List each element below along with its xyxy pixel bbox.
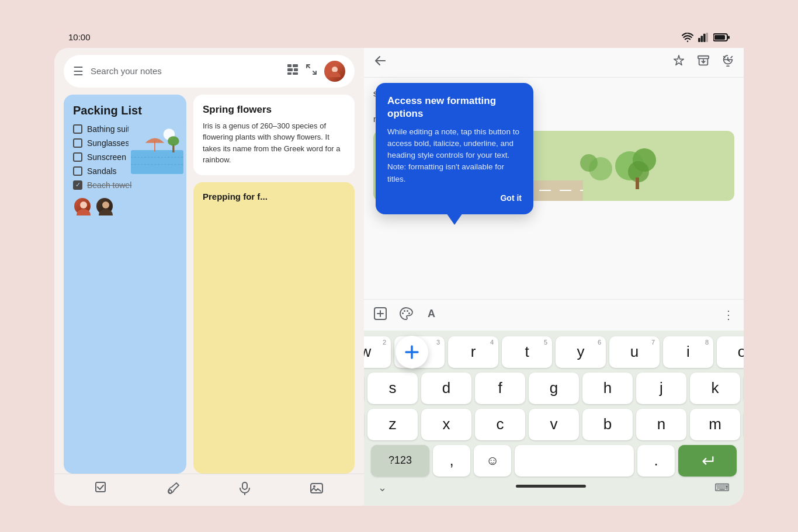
expand-icon[interactable]: [306, 64, 317, 78]
keyboard-hide-icon[interactable]: ⌄: [378, 481, 387, 494]
editor-actions: [672, 54, 734, 70]
google-plus-fab-icon: [403, 343, 421, 361]
key-i[interactable]: 8i: [663, 336, 713, 368]
tooltip-got-it-button[interactable]: Got it: [387, 193, 522, 203]
svg-rect-8: [287, 64, 292, 67]
svg-rect-2: [701, 36, 703, 42]
svg-point-47: [404, 310, 405, 312]
card-avatars: [73, 197, 177, 215]
key-enter[interactable]: [678, 445, 737, 477]
brush-icon[interactable]: [166, 481, 181, 499]
key-b[interactable]: b: [582, 409, 633, 440]
mic-icon[interactable]: [238, 481, 252, 499]
signal-icon: [698, 33, 709, 42]
key-w[interactable]: 2w: [364, 336, 391, 368]
grid-view-icon[interactable]: [287, 64, 299, 78]
color-palette-icon[interactable]: [399, 307, 413, 324]
svg-line-33: [728, 60, 730, 61]
key-j[interactable]: j: [636, 373, 686, 404]
key-d[interactable]: d: [421, 373, 471, 404]
key-period[interactable]: .: [637, 445, 675, 477]
svg-point-40: [580, 154, 598, 172]
key-s[interactable]: s: [367, 373, 418, 404]
add-content-icon[interactable]: [373, 307, 387, 324]
item-sandals: Sandals: [87, 166, 117, 176]
search-actions: [287, 61, 345, 82]
image-add-icon[interactable]: [310, 481, 324, 499]
key-u[interactable]: 7u: [609, 336, 660, 368]
key-y[interactable]: 6y: [556, 336, 606, 368]
svg-rect-38: [636, 178, 639, 189]
spring-flowers-card[interactable]: Spring flowers Iris is a genus of 260–30…: [193, 95, 355, 175]
notes-right-col: Spring flowers Iris is a genus of 260–30…: [193, 95, 355, 474]
battery-icon: [713, 33, 730, 42]
back-button[interactable]: [373, 54, 387, 71]
key-emoji[interactable]: ☺: [474, 445, 511, 477]
svg-rect-27: [242, 482, 247, 489]
svg-rect-4: [706, 33, 708, 42]
packing-list-title: Packing List: [73, 104, 177, 117]
notes-grid: Packing List Bathing suit Sunglasses Sun…: [54, 95, 364, 474]
key-x[interactable]: x: [421, 409, 471, 440]
key-space[interactable]: [515, 445, 634, 477]
key-z[interactable]: z: [367, 409, 418, 440]
tooltip-arrow: [446, 213, 463, 225]
checkbox-sandals[interactable]: [73, 166, 82, 176]
pin-icon[interactable]: [672, 54, 685, 70]
key-o[interactable]: 9o: [717, 336, 744, 368]
svg-rect-13: [293, 72, 298, 75]
more-options-icon[interactable]: ⋮: [723, 308, 734, 322]
svg-text:A: A: [428, 308, 435, 319]
text-format-icon[interactable]: A: [425, 307, 439, 324]
key-c[interactable]: c: [475, 409, 525, 440]
tooltip-box: Access new formatting options While edit…: [376, 83, 533, 214]
checkbox-sunglasses[interactable]: [73, 138, 82, 148]
svg-point-48: [407, 310, 408, 312]
tooltip-body: While editing a note, tap this button to…: [387, 126, 522, 185]
bottom-toolbar-right: A ⋮: [364, 299, 744, 331]
svg-point-30: [313, 485, 315, 488]
card-avatar-1: [73, 197, 92, 215]
key-g[interactable]: g: [529, 373, 579, 404]
svg-rect-6: [714, 35, 725, 40]
checkbox-bathing[interactable]: [73, 124, 82, 134]
key-m[interactable]: m: [690, 409, 740, 440]
key-k[interactable]: k: [690, 373, 740, 404]
key-r[interactable]: 4r: [448, 336, 498, 368]
reminder-icon[interactable]: [721, 54, 734, 70]
key-comma[interactable]: ,: [433, 445, 470, 477]
user-avatar[interactable]: [324, 61, 345, 82]
key-h[interactable]: h: [582, 373, 633, 404]
svg-rect-11: [294, 68, 298, 71]
key-t[interactable]: 5t: [502, 336, 552, 368]
fab-button[interactable]: [395, 336, 428, 368]
tablet-frame: 10:00: [54, 27, 744, 506]
svg-point-0: [687, 40, 689, 42]
checklist-item: Beach towel: [73, 180, 177, 190]
search-bar[interactable]: ☰ Search your notes: [64, 55, 355, 88]
packing-list-card[interactable]: Packing List Bathing suit Sunglasses Sun…: [64, 95, 186, 474]
checkbox-add-icon[interactable]: [95, 481, 109, 499]
item-sunscreen: Sunscreen: [87, 152, 126, 162]
key-v[interactable]: v: [529, 409, 579, 440]
menu-icon[interactable]: ☰: [73, 64, 84, 78]
pool-illustration: [128, 124, 186, 176]
card-avatar-2: [95, 197, 114, 215]
svg-point-24: [102, 201, 109, 208]
checkbox-beach-towel[interactable]: [73, 180, 82, 190]
key-f[interactable]: f: [475, 373, 525, 404]
checkbox-sunscreen[interactable]: [73, 152, 82, 162]
right-panel: spp.) nium x oxonianum): [364, 48, 744, 506]
key-num-symbol[interactable]: ?123: [371, 445, 429, 477]
keyboard-row-bottom: ?123 , ☺ .: [371, 445, 737, 477]
item-sunglasses: Sunglasses: [87, 138, 129, 148]
keyboard-bottom-bar: ⌄ ⌨: [371, 477, 737, 496]
editor-toolbar: [364, 48, 744, 78]
spring-flowers-title: Spring flowers: [203, 104, 345, 116]
svg-rect-9: [293, 64, 298, 67]
key-n[interactable]: n: [636, 409, 686, 440]
svg-rect-1: [698, 37, 700, 41]
prepping-card[interactable]: Prepping for f...: [193, 182, 355, 474]
keyboard-layout-icon[interactable]: ⌨: [714, 481, 730, 494]
archive-icon[interactable]: [697, 54, 710, 70]
